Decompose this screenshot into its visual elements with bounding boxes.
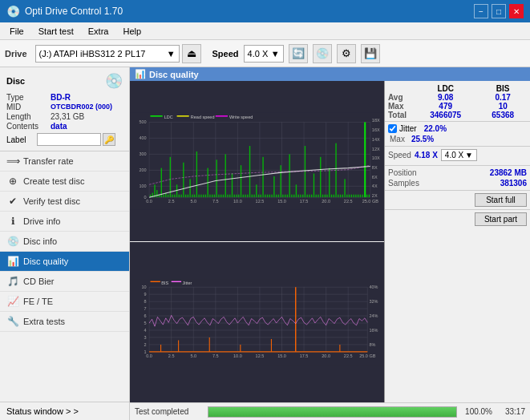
eject-button[interactable]: ⏏ bbox=[182, 44, 201, 63]
svg-rect-76 bbox=[205, 195, 206, 197]
drive-select[interactable]: (J:) ATAPI iHBS312 2 PL17 ▼ bbox=[35, 45, 180, 63]
progress-bar-container bbox=[208, 406, 457, 418]
status-window-button[interactable]: Status window > > bbox=[0, 402, 129, 420]
sidebar: Disc 💿 Type BD-R MID OTCBDR002 (000) Len… bbox=[0, 67, 130, 420]
start-part-button[interactable]: Start part bbox=[475, 212, 527, 226]
disc-info-icon: 💿 bbox=[6, 236, 19, 247]
max-row: Max 479 10 bbox=[388, 102, 527, 111]
status-window: Status window > > bbox=[0, 402, 129, 420]
svg-text:BIS: BIS bbox=[161, 281, 168, 285]
avg-jitter: 22.0% bbox=[424, 124, 447, 133]
title-bar: 💿 Opti Drive Control 1.70 − □ ✕ bbox=[0, 0, 530, 22]
save-button[interactable]: 💾 bbox=[361, 44, 380, 63]
label-button[interactable]: 🔑 bbox=[103, 133, 115, 146]
speed-stat-label: Speed bbox=[388, 151, 411, 160]
maximize-button[interactable]: □ bbox=[492, 4, 506, 18]
svg-rect-128 bbox=[320, 157, 321, 197]
disc-quality-title: Disc quality bbox=[149, 70, 199, 79]
mid-label: MID bbox=[6, 103, 51, 111]
svg-rect-81 bbox=[216, 160, 217, 197]
max-label: Max bbox=[388, 102, 412, 111]
samples-label: Samples bbox=[388, 179, 419, 188]
nav-extra-tests-label: Extra tests bbox=[23, 317, 65, 326]
svg-text:10: 10 bbox=[142, 285, 147, 289]
svg-rect-101 bbox=[261, 195, 261, 197]
status-text: Test completed bbox=[135, 407, 203, 416]
svg-rect-88 bbox=[232, 174, 233, 198]
svg-rect-68 bbox=[188, 195, 188, 197]
toolbar: Drive (J:) ATAPI iHBS312 2 PL17 ▼ ⏏ Spee… bbox=[0, 40, 530, 67]
svg-rect-127 bbox=[318, 195, 318, 197]
speed-value: 4.0 X bbox=[248, 49, 269, 59]
svg-rect-6 bbox=[216, 115, 228, 116]
menu-help[interactable]: Help bbox=[116, 25, 148, 38]
svg-rect-121 bbox=[305, 146, 305, 197]
disc-icon-btn[interactable]: 💿 bbox=[313, 44, 332, 63]
nav-disc-quality[interactable]: 📊 Disc quality bbox=[0, 252, 129, 272]
nav-cd-bier[interactable]: 🎵 CD Bier bbox=[0, 272, 129, 292]
svg-rect-146 bbox=[360, 195, 361, 197]
settings-button[interactable]: ⚙ bbox=[337, 44, 356, 63]
svg-rect-103 bbox=[265, 195, 265, 197]
svg-text:4X: 4X bbox=[372, 184, 378, 188]
svg-rect-87 bbox=[229, 195, 230, 197]
nav-create-test-disc[interactable]: ⊕ Create test disc bbox=[0, 172, 129, 192]
transfer-rate-icon: ⟹ bbox=[6, 155, 19, 167]
menu-start-test[interactable]: Start test bbox=[32, 25, 80, 38]
nav-extra-tests[interactable]: 🔧 Extra tests bbox=[0, 312, 129, 332]
nav-drive-info[interactable]: ℹ Drive info bbox=[0, 212, 129, 232]
nav-verify-test-disc[interactable]: ✔ Verify test disc bbox=[0, 192, 129, 212]
menu-extra[interactable]: Extra bbox=[82, 25, 115, 38]
svg-rect-122 bbox=[307, 195, 308, 197]
svg-rect-130 bbox=[325, 195, 326, 197]
speed-selector[interactable]: 4.0 X ▼ bbox=[441, 149, 477, 161]
chart1-svg: LDC Read speed Write speed bbox=[130, 81, 384, 241]
chart1-container: LDC Read speed Write speed bbox=[130, 81, 384, 241]
svg-rect-98 bbox=[253, 195, 254, 197]
svg-text:3: 3 bbox=[144, 335, 147, 340]
label-input[interactable] bbox=[37, 133, 101, 146]
max-ldc: 479 bbox=[412, 102, 479, 111]
speed-select[interactable]: 4.0 X ▼ bbox=[244, 45, 284, 63]
avg-ldc: 9.08 bbox=[412, 93, 479, 102]
svg-rect-91 bbox=[238, 195, 239, 197]
jitter-checkbox[interactable] bbox=[388, 124, 397, 133]
svg-rect-134 bbox=[334, 195, 334, 197]
svg-text:9: 9 bbox=[144, 292, 147, 297]
svg-text:12X: 12X bbox=[372, 147, 380, 151]
svg-text:12.5: 12.5 bbox=[256, 353, 265, 358]
svg-rect-137 bbox=[340, 195, 341, 197]
menu-file[interactable]: File bbox=[3, 25, 30, 38]
svg-rect-105 bbox=[269, 195, 270, 197]
minimize-button[interactable]: − bbox=[474, 4, 488, 18]
svg-rect-56 bbox=[161, 168, 162, 198]
svg-rect-70 bbox=[192, 195, 192, 197]
svg-text:22.5: 22.5 bbox=[344, 199, 353, 204]
svg-text:14X: 14X bbox=[372, 137, 380, 142]
nav-fe-te[interactable]: 📈 FE / TE bbox=[0, 292, 129, 312]
contents-value: data bbox=[51, 122, 67, 131]
start-full-button[interactable]: Start full bbox=[475, 193, 527, 207]
nav-disc-info[interactable]: 💿 Disc info bbox=[0, 232, 129, 252]
svg-rect-2 bbox=[150, 115, 162, 116]
nav-cd-bier-label: CD Bier bbox=[23, 277, 55, 286]
svg-text:Write speed: Write speed bbox=[229, 115, 253, 119]
svg-text:16%: 16% bbox=[369, 328, 378, 333]
refresh-button[interactable]: 🔄 bbox=[289, 44, 308, 63]
svg-rect-123 bbox=[309, 195, 310, 197]
nav-transfer-rate[interactable]: ⟹ Transfer rate bbox=[0, 151, 129, 172]
svg-rect-131 bbox=[326, 195, 327, 197]
type-value: BD-R bbox=[51, 93, 71, 102]
max-jitter-label: Max bbox=[390, 135, 405, 143]
svg-rect-72 bbox=[196, 151, 197, 197]
svg-rect-92 bbox=[241, 165, 241, 197]
drive-label: Drive bbox=[5, 49, 27, 59]
svg-text:20.0: 20.0 bbox=[322, 199, 330, 204]
avg-label: Avg bbox=[388, 93, 412, 102]
chart2-container: BIS Jitter bbox=[130, 242, 384, 402]
svg-rect-90 bbox=[236, 195, 237, 197]
svg-rect-104 bbox=[267, 195, 268, 197]
close-button[interactable]: ✕ bbox=[509, 4, 524, 18]
svg-rect-112 bbox=[285, 195, 285, 197]
svg-rect-147 bbox=[362, 195, 362, 197]
